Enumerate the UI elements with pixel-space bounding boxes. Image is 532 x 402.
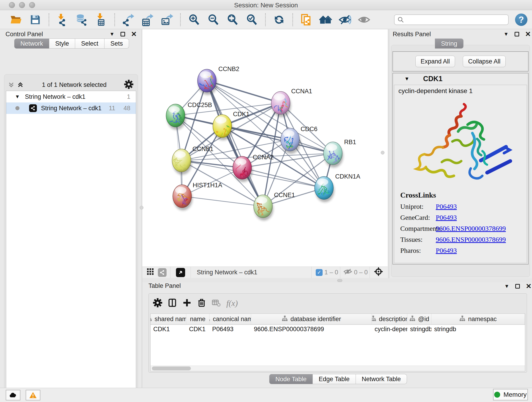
delete-column-trash-icon[interactable] xyxy=(197,298,206,308)
zoom-selected-icon[interactable] xyxy=(245,13,258,26)
network-list-icon[interactable] xyxy=(158,268,167,277)
show-all-icon[interactable] xyxy=(358,13,370,26)
panel-close-icon[interactable]: ✕ xyxy=(131,32,137,36)
birdseye-view-icon[interactable] xyxy=(176,268,185,277)
search-box[interactable] xyxy=(394,14,509,25)
duplicate-network-icon[interactable] xyxy=(300,13,313,26)
entry-expander-icon[interactable]: ▼ xyxy=(404,76,409,82)
memory-button[interactable]: Memory xyxy=(493,389,528,400)
tree-expander-icon[interactable]: ▼ xyxy=(15,94,20,100)
crosslink-link[interactable]: P06493 xyxy=(436,203,457,211)
network-row[interactable]: String Network – cdk1 11 48 xyxy=(6,102,136,114)
network-view-canvas[interactable]: CCNB2CCNA1CDC25BCDK1CDC6RB1CCNB1CCNA2CDK… xyxy=(142,29,388,267)
import-network-database-icon[interactable] xyxy=(75,13,88,26)
warnings-button[interactable] xyxy=(26,390,40,400)
tab-string[interactable]: String xyxy=(435,38,463,49)
network-node-HIST1H1A[interactable] xyxy=(173,185,192,211)
tab-edge-table[interactable]: Edge Table xyxy=(313,374,356,384)
tab-node-table[interactable]: Node Table xyxy=(269,374,313,384)
crosslink-link[interactable]: P06493 xyxy=(436,247,457,254)
hide-selected-icon[interactable] xyxy=(338,13,351,26)
hidden-eye-slash-icon[interactable] xyxy=(343,268,352,277)
tab-sets[interactable]: Sets xyxy=(104,38,129,49)
scrollbar-thumb[interactable] xyxy=(152,366,191,370)
selected-checkbox-icon[interactable]: ✓ xyxy=(316,269,323,276)
refresh-icon[interactable] xyxy=(273,13,285,26)
node-count: 11 xyxy=(109,105,115,112)
expand-all-icon[interactable] xyxy=(17,81,24,89)
gene-entry-cdk1: ▼ CDK1 cyclin-dependent kinase 1 xyxy=(393,73,529,264)
horizontal-splitter-handle[interactable] xyxy=(337,279,342,282)
fit-selected-crosshair-icon[interactable] xyxy=(374,267,383,278)
network-edge-CCNB2-CCNA1[interactable] xyxy=(207,81,281,103)
panel-float-icon[interactable] xyxy=(120,32,125,36)
left-splitter-handle[interactable] xyxy=(140,206,143,210)
right-splitter-handle[interactable] xyxy=(381,151,385,154)
panel-close-icon[interactable]: ✕ xyxy=(525,32,531,36)
grid-view-icon[interactable] xyxy=(146,268,154,277)
panel-float-icon[interactable] xyxy=(515,284,520,288)
zoom-fit-icon[interactable] xyxy=(226,13,239,26)
table-cell[interactable]: P06493 xyxy=(209,325,251,335)
column-type-icon xyxy=(209,315,210,323)
tab-network-table[interactable]: Network Table xyxy=(356,374,407,384)
first-neighbors-icon[interactable] xyxy=(319,13,332,26)
table-cell[interactable]: cyclin-dependent ... xyxy=(372,325,407,335)
table-cell[interactable]: stringdb xyxy=(431,325,525,335)
network-node-CCNE1[interactable] xyxy=(254,195,273,220)
collapse-all-button[interactable]: Collapse All xyxy=(463,56,506,67)
panel-menu-icon[interactable]: ▼ xyxy=(504,31,509,37)
table-row[interactable]: CDK1CDK1P064939606.ENSP00000378699cyclin… xyxy=(151,325,525,335)
table-horizontal-scrollbar[interactable] xyxy=(151,366,525,371)
import-table-icon[interactable] xyxy=(95,13,108,26)
zoom-in-icon[interactable] xyxy=(188,13,201,26)
column-header-description[interactable]: description xyxy=(372,314,407,324)
collapse-all-icon[interactable] xyxy=(7,81,15,89)
column-header-namespac[interactable]: namespac xyxy=(431,314,525,324)
table-cell[interactable]: stringdb:9... xyxy=(407,325,431,335)
tab-network[interactable]: Network xyxy=(14,38,49,49)
export-image-icon[interactable] xyxy=(160,13,173,26)
search-input[interactable] xyxy=(404,16,503,23)
save-session-icon[interactable] xyxy=(29,13,42,26)
open-session-icon[interactable] xyxy=(10,13,22,26)
column-header-shared-name[interactable]: shared name xyxy=(151,314,186,324)
panel-menu-icon[interactable]: ▼ xyxy=(504,283,509,289)
add-column-icon[interactable] xyxy=(182,298,191,308)
crosslink-link[interactable]: 9606.ENSP00000378699 xyxy=(436,225,506,232)
help-button[interactable]: ? xyxy=(515,13,527,26)
column-header-name[interactable]: name xyxy=(186,314,209,324)
show-columns-icon[interactable] xyxy=(168,298,177,308)
network-collection-row[interactable]: ▼ String Network – cdk1 1 xyxy=(6,91,136,102)
panel-menu-icon[interactable]: ▼ xyxy=(109,31,114,37)
table-cell[interactable]: 9606.ENSP00000378699 xyxy=(251,325,372,335)
cloud-status-button[interactable] xyxy=(6,390,20,400)
network-options-gear-icon[interactable] xyxy=(124,80,133,90)
table-options-gear-icon[interactable] xyxy=(153,298,162,308)
import-network-icon[interactable] xyxy=(56,13,69,26)
tab-select[interactable]: Select xyxy=(75,38,104,49)
zoom-out-icon[interactable] xyxy=(207,13,220,26)
panel-close-icon[interactable]: ✕ xyxy=(526,284,532,288)
expand-all-button[interactable]: Expand All xyxy=(415,56,455,67)
node-label-CDC6: CDC6 xyxy=(301,126,317,133)
crosslink-link[interactable]: 9606.ENSP00000378699 xyxy=(436,236,506,243)
export-network-icon[interactable] xyxy=(122,13,135,26)
network-edge-HIST1H1A-CCNE1[interactable] xyxy=(182,196,263,206)
network-node-CCNA1[interactable] xyxy=(270,91,291,117)
network-node-CCNB1[interactable] xyxy=(172,149,192,177)
network-node-CDC25B[interactable] xyxy=(165,104,186,130)
network-node-CCNB2[interactable] xyxy=(197,69,217,95)
column-header-database-identifier[interactable]: database identifier xyxy=(251,314,372,324)
tab-style[interactable]: Style xyxy=(49,38,75,49)
window-title: Session: New Session xyxy=(0,2,532,9)
export-table-icon[interactable] xyxy=(141,13,154,26)
table-cell[interactable]: CDK1 xyxy=(186,325,209,335)
network-node-CDC6[interactable] xyxy=(281,128,300,154)
network-node-RB1[interactable] xyxy=(323,142,343,167)
panel-float-icon[interactable] xyxy=(515,32,519,36)
crosslink-link[interactable]: P06493 xyxy=(436,214,457,221)
column-header--id[interactable]: @id xyxy=(407,314,431,324)
column-header-canonical-name[interactable]: canonical name xyxy=(209,314,251,324)
table-cell[interactable]: CDK1 xyxy=(151,325,186,335)
